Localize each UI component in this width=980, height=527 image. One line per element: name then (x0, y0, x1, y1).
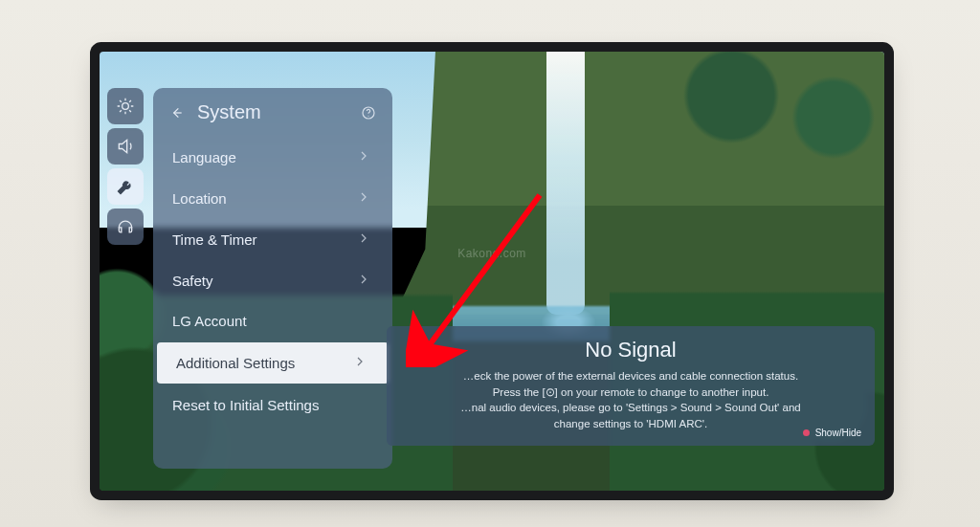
toast-line: …eck the power of the external devices a… (406, 368, 856, 384)
back-icon[interactable] (167, 102, 188, 123)
toast-line: Press the [⊙] on your remote to change t… (406, 384, 856, 401)
menu-item-label: LG Account (172, 313, 247, 329)
menu-item-label: Reset to Initial Settings (172, 397, 319, 413)
menu-item-label: Time & Timer (172, 231, 257, 248)
chevron-right-icon (356, 148, 371, 166)
volume-icon[interactable] (107, 128, 144, 165)
panel-header: System (153, 92, 392, 137)
toast-line: change settings to 'HDMI ARC'. (406, 416, 856, 432)
menu-item-time-timer[interactable]: Time & Timer (153, 219, 392, 260)
menu-item-reset[interactable]: Reset to Initial Settings (153, 385, 392, 425)
hint-dot-icon (803, 429, 810, 436)
chevron-right-icon (356, 189, 371, 208)
brightness-icon[interactable] (107, 88, 144, 124)
toast-hint[interactable]: Show/Hide (803, 428, 861, 438)
toast-title: No Signal (406, 338, 856, 362)
menu-item-label: Language (172, 149, 236, 165)
toast-line: …nal audio devices, please go to 'Settin… (406, 400, 856, 416)
menu-item-location[interactable]: Location (153, 178, 392, 219)
menu-list: Language Location Time & Timer Safety LG… (153, 137, 392, 425)
settings-icon-rail (107, 88, 144, 245)
chevron-right-icon (356, 272, 371, 290)
svg-point-2 (368, 115, 368, 116)
menu-item-label: Location (172, 190, 227, 207)
chevron-right-icon (356, 231, 371, 249)
panel-title: System (197, 101, 348, 123)
menu-item-label: Additional Settings (176, 355, 295, 371)
svg-point-0 (122, 103, 129, 110)
system-settings-panel: System Language Location Time & Timer Sa… (153, 88, 392, 469)
toast-hint-label: Show/Hide (815, 428, 861, 438)
menu-item-language[interactable]: Language (153, 137, 392, 178)
menu-item-label: Safety (172, 273, 213, 289)
help-icon[interactable] (358, 102, 379, 123)
menu-item-additional-settings[interactable]: Additional Settings (157, 342, 389, 384)
tv-frame: Kakond.com System Language (100, 52, 884, 491)
chevron-right-icon (352, 354, 368, 372)
menu-item-safety[interactable]: Safety (153, 260, 392, 301)
wrench-icon[interactable] (107, 168, 144, 205)
no-signal-toast: No Signal …eck the power of the external… (387, 326, 875, 446)
menu-item-lg-account[interactable]: LG Account (153, 301, 392, 340)
headset-icon[interactable] (107, 209, 144, 245)
